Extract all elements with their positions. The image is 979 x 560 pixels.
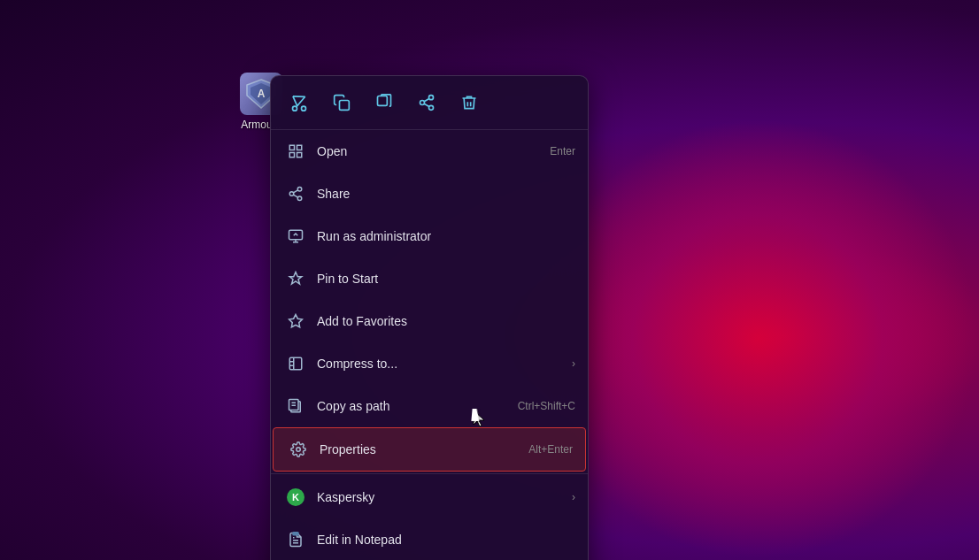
svg-point-10 — [429, 96, 434, 100]
svg-line-23 — [293, 190, 297, 193]
menu-item-copy-path[interactable]: Copy as path Ctrl+Shift+C — [271, 385, 588, 427]
run-admin-label: Run as administrator — [317, 229, 575, 243]
svg-rect-17 — [297, 153, 302, 157]
properties-shortcut: Alt+Enter — [528, 443, 573, 456]
svg-line-14 — [424, 98, 429, 101]
delete-icon — [460, 94, 478, 111]
kaspersky-arrow: › — [572, 491, 575, 503]
menu-item-run-admin[interactable]: Run as administrator — [271, 215, 588, 257]
copy-icon — [375, 94, 393, 111]
copy-path-shortcut: Ctrl+Shift+C — [518, 400, 575, 412]
menu-item-open[interactable]: Open Enter — [271, 130, 588, 173]
svg-point-20 — [289, 192, 294, 196]
menu-item-kaspersky[interactable]: K Kaspersky › — [271, 476, 588, 518]
svg-point-3 — [293, 106, 297, 111]
cut-button[interactable] — [280, 83, 319, 122]
menu-item-pin-start[interactable]: Pin to Start — [271, 257, 588, 300]
pin-label: Pin to Start — [317, 272, 575, 286]
cut-icon — [290, 94, 308, 111]
compress-icon — [283, 351, 308, 376]
svg-point-11 — [420, 101, 425, 105]
svg-rect-15 — [289, 145, 294, 150]
svg-line-13 — [424, 104, 429, 106]
pin-icon — [283, 266, 308, 291]
open-label: Open — [317, 144, 532, 158]
svg-line-5 — [297, 96, 305, 106]
desktop: A Armou... — [0, 0, 979, 560]
svg-text:A: A — [258, 88, 266, 100]
kaspersky-icon: K — [283, 485, 308, 510]
context-menu: Open Enter Share Run as administrator — [270, 75, 589, 560]
open-icon — [283, 139, 308, 164]
svg-point-19 — [297, 188, 302, 192]
svg-rect-9 — [378, 96, 388, 106]
svg-point-4 — [302, 106, 306, 111]
svg-rect-24 — [289, 230, 303, 240]
copy-button[interactable] — [365, 83, 404, 122]
svg-point-12 — [429, 105, 434, 110]
kaspersky-logo: K — [287, 488, 304, 506]
favorites-label: Add to Favorites — [317, 314, 575, 328]
svg-line-22 — [293, 195, 297, 197]
kaspersky-label: Kaspersky — [317, 490, 563, 504]
menu-item-favorites[interactable]: Add to Favorites — [271, 300, 588, 342]
svg-point-21 — [297, 196, 302, 201]
menu-item-properties[interactable]: Properties Alt+Enter — [273, 427, 586, 472]
open-shortcut: Enter — [550, 145, 575, 157]
svg-line-7 — [293, 96, 297, 106]
copy-outline-icon — [333, 94, 351, 111]
properties-label: Properties — [320, 442, 511, 456]
run-admin-icon — [283, 224, 308, 249]
svg-rect-16 — [297, 145, 302, 150]
notepad-icon — [283, 527, 308, 552]
menu-item-share[interactable]: Share — [271, 173, 588, 215]
compress-arrow: › — [572, 357, 575, 370]
notepad-label: Edit in Notepad — [317, 533, 575, 547]
svg-point-37 — [297, 448, 301, 452]
delete-button[interactable] — [450, 83, 489, 122]
properties-icon — [286, 437, 311, 462]
share-icon — [418, 94, 436, 111]
menu-item-notepad[interactable]: Edit in Notepad — [271, 518, 588, 560]
share-label: Share — [317, 187, 575, 201]
copy-path-icon — [283, 394, 308, 418]
copy-outline-button[interactable] — [322, 83, 361, 122]
svg-rect-8 — [340, 101, 350, 111]
share-button[interactable] — [407, 83, 446, 122]
context-toolbar — [271, 76, 588, 130]
menu-item-compress[interactable]: Compress to... › — [271, 342, 588, 385]
menu-divider — [271, 473, 588, 474]
svg-rect-18 — [289, 153, 294, 157]
background-decoration — [536, 118, 979, 560]
compress-label: Compress to... — [317, 357, 563, 371]
star-icon — [283, 309, 308, 334]
svg-marker-27 — [289, 315, 303, 327]
share-menu-icon — [283, 181, 308, 206]
svg-rect-40 — [293, 533, 298, 535]
copy-path-label: Copy as path — [317, 399, 500, 413]
